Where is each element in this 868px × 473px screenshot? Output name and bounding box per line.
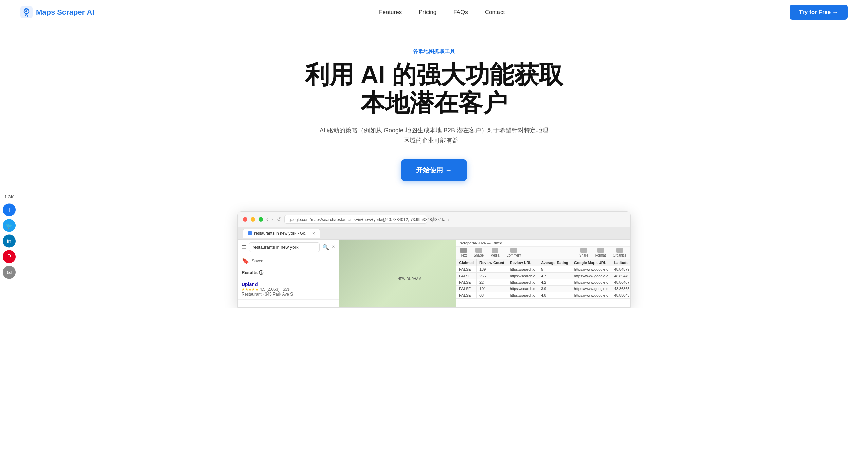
table-cell: https://www.google.c xyxy=(571,292,611,298)
social-count: 1.3K xyxy=(4,194,14,200)
browser-mockup: ‹ › ↺ google.com/maps/search/restaurants… xyxy=(237,211,631,308)
hero-subtitle: AI 驱动的策略（例如从 Google 地图生成本地 B2B 潜在客户）对于希望… xyxy=(319,125,549,146)
nav-faqs[interactable]: FAQs xyxy=(453,9,468,16)
browser-reload[interactable]: ↺ xyxy=(277,216,281,222)
table-row: FALSE63https://search.c4.8https://www.go… xyxy=(456,292,630,298)
result-name: Upland xyxy=(242,282,335,287)
spreadsheet-overlay: scraperAI-2024 — Edited Text Shape xyxy=(456,240,630,307)
table-cell: 139 xyxy=(477,266,507,272)
table-row: FALSE265https://search.c4.7https://www.g… xyxy=(456,272,630,279)
logo[interactable]: Maps Scraper AI xyxy=(20,6,94,18)
browser-new-tab[interactable]: + xyxy=(432,216,435,223)
review-count: (2,063) xyxy=(266,287,279,292)
table-cell: 48.854495 xyxy=(611,272,630,279)
table-cell: 3.9 xyxy=(538,285,571,292)
table-cell: FALSE xyxy=(456,279,477,285)
logo-text: Maps Scraper AI xyxy=(36,8,94,17)
table-cell: https://www.google.c xyxy=(571,266,611,272)
browser-content: ☰ restaurants in new york 🔍 × 🔖 Saved Re… xyxy=(238,240,630,307)
col-avg-rating: Average Rating xyxy=(538,259,571,266)
browser-url-bar[interactable]: google.com/maps/search/restaurants+in+ne… xyxy=(284,215,427,224)
browser-bar: ‹ › ↺ google.com/maps/search/restaurants… xyxy=(238,212,630,227)
linkedin-share-button[interactable]: in xyxy=(3,235,16,248)
browser-dot-minimize[interactable] xyxy=(251,217,255,222)
demo-area: ‹ › ↺ google.com/maps/search/restaurants… xyxy=(230,211,638,308)
sheet-tool-format[interactable]: Format xyxy=(595,248,606,257)
rating-value: 4.5 xyxy=(260,287,265,292)
nav-features[interactable]: Features xyxy=(379,9,402,16)
facebook-share-button[interactable]: f xyxy=(3,204,16,216)
nav-pricing[interactable]: Pricing xyxy=(419,9,436,16)
table-cell: https://www.google.c xyxy=(571,279,611,285)
table-cell: 4.2 xyxy=(538,279,571,285)
pinterest-share-button[interactable]: P xyxy=(3,250,16,263)
maps-toolbar: ☰ restaurants in new york 🔍 × xyxy=(238,240,339,255)
browser-forward[interactable]: › xyxy=(271,216,273,222)
maps-search-icon[interactable]: 🔍 xyxy=(322,244,329,250)
col-review-url: Review URL xyxy=(507,259,538,266)
table-cell: 48.8457939 xyxy=(611,266,630,272)
table-cell: https://www.google.c xyxy=(571,272,611,279)
maps-result-item[interactable]: Upland ★★★★★ 4.5 (2,063) · $$$ Restauran… xyxy=(238,279,339,300)
result-addr: 345 Park Ave S xyxy=(265,292,293,297)
results-label: Results ⓘ xyxy=(242,270,263,275)
bookmark-icon: 🔖 xyxy=(242,257,249,265)
facebook-icon: f xyxy=(8,207,10,213)
maps-menu-icon[interactable]: ☰ xyxy=(242,244,246,250)
table-cell: FALSE xyxy=(456,272,477,279)
tab-close-icon[interactable]: × xyxy=(312,231,315,236)
browser-dot-maximize[interactable] xyxy=(259,217,263,222)
nav-contact[interactable]: Contact xyxy=(485,9,505,16)
browser-tab[interactable]: restaurants in new york - Go... × xyxy=(243,229,320,238)
table-cell: 63 xyxy=(477,292,507,298)
sheet-title: scraperAI-2024 — Edited xyxy=(456,240,630,247)
tool-share-label: Share xyxy=(579,253,588,257)
maps-search-value: restaurants in new york xyxy=(253,245,298,250)
tab-favicon xyxy=(248,231,252,235)
sheet-tool-media[interactable]: Media xyxy=(490,248,499,257)
url-text: google.com/maps/search/restaurants+in+ne… xyxy=(289,217,451,222)
maps-close-icon[interactable]: × xyxy=(332,244,335,250)
sheet-tool-comment[interactable]: Comment xyxy=(506,248,521,257)
tab-label: restaurants in new york - Go... xyxy=(254,231,309,236)
maps-saved-area: 🔖 Saved xyxy=(238,255,339,267)
table-cell: FALSE xyxy=(456,285,477,292)
sheet-tool-organize[interactable]: Organize xyxy=(612,248,626,257)
table-cell: 101 xyxy=(477,285,507,292)
col-latitude: Latitude xyxy=(611,259,630,266)
maps-search-field[interactable]: restaurants in new york xyxy=(249,242,320,252)
table-cell: 5 xyxy=(538,266,571,272)
sheet-title-text: scraperAI-2024 — Edited xyxy=(460,241,502,245)
table-cell: 265 xyxy=(477,272,507,279)
saved-label: Saved xyxy=(252,259,263,263)
twitter-share-button[interactable]: 🐦 xyxy=(3,219,16,232)
hero-title: 利用 AI 的强大功能获取 本地潜在客户 xyxy=(288,61,580,117)
tool-comment-label: Comment xyxy=(506,253,521,257)
social-sidebar: 1.3K f 🐦 in P ✉ xyxy=(0,191,18,282)
result-type-addr: Restaurant · 345 Park Ave S xyxy=(242,292,335,297)
hero-cta-button[interactable]: 开始使用 → xyxy=(401,159,467,181)
sheet-tool-share[interactable]: Share xyxy=(579,248,588,257)
result-type: Restaurant xyxy=(242,292,262,297)
table-cell: 22 xyxy=(477,279,507,285)
browser-tab-bar: restaurants in new york - Go... × xyxy=(238,227,630,240)
twitter-icon: 🐦 xyxy=(6,222,13,229)
main-nav: Features Pricing FAQs Contact xyxy=(379,9,505,16)
maps-right-panel: Guttenberg NEW DURHAM Maps Scraper scrap… xyxy=(339,240,630,307)
data-table: Claimed Review Count Review URL Average … xyxy=(456,259,630,299)
logo-icon xyxy=(20,6,33,18)
browser-dot-close[interactable] xyxy=(243,217,247,222)
tool-format-label: Format xyxy=(595,253,606,257)
tool-media-label: Media xyxy=(490,253,499,257)
table-cell: 4.7 xyxy=(538,272,571,279)
sheet-tool-shape[interactable]: Shape xyxy=(474,248,484,257)
maps-results-header: Results ⓘ xyxy=(238,267,339,279)
email-share-button[interactable]: ✉ xyxy=(3,266,16,279)
table-cell: https://search.c xyxy=(507,272,538,279)
table-row: FALSE139https://search.c5https://www.goo… xyxy=(456,266,630,272)
sheet-tool-text[interactable]: Text xyxy=(460,248,467,257)
hero-title-line1: 利用 AI 的强大功能获取 xyxy=(305,61,563,88)
rating-stars: ★★★★★ xyxy=(242,287,259,291)
try-free-button[interactable]: Try for Free → xyxy=(790,5,848,20)
browser-back[interactable]: ‹ xyxy=(266,216,268,222)
